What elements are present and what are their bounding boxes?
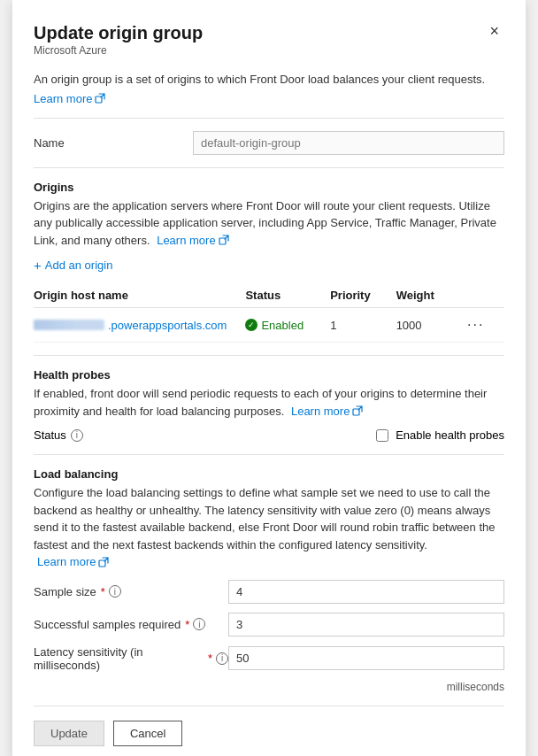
add-origin-button[interactable]: + Add an origin [34,254,112,276]
col-weight: Weight [396,283,462,308]
health-probes-title: Health probes [34,368,504,382]
load-balancing-fields: Sample size * i Successful samples requi… [34,580,504,693]
title-block: Update origin group Microsoft Azure [34,21,203,69]
panel-header: Update origin group Microsoft Azure × [34,21,504,69]
sample-size-label: Sample size * i [34,585,228,598]
load-balancing-learn-more-link[interactable]: Learn more [37,553,109,571]
status-label: Status [34,428,66,442]
sample-size-row: Sample size * i [34,580,504,604]
sample-size-info-icon[interactable]: i [109,585,121,598]
col-host-name: Origin host name [34,283,245,308]
enable-health-probes-checkbox[interactable] [376,429,388,442]
divider-4 [34,454,504,455]
update-origin-group-panel: Update origin group Microsoft Azure × An… [12,0,526,756]
host-name-value: .powerappsportals.com [34,319,238,332]
cancel-button[interactable]: Cancel [113,721,182,746]
latency-label: Latency sensitivity (in milliseconds) * … [34,645,228,672]
load-balancing-description: Configure the load balancing settings to… [34,484,504,571]
milliseconds-label: milliseconds [34,681,504,693]
origins-table: Origin host name Status Priority Weight … [34,283,504,343]
origin-priority-cell: 1 [330,308,396,343]
col-priority: Priority [330,283,396,308]
blurred-host-prefix [34,320,104,330]
table-header-row: Origin host name Status Priority Weight [34,283,504,308]
status-check-icon: ✓ [245,319,257,331]
col-status: Status [245,283,330,308]
successful-samples-label: Successful samples required * i [34,618,228,631]
origins-section-title: Origins [34,181,504,194]
col-actions [462,283,504,308]
name-field-row: Name [34,131,504,155]
name-input[interactable] [193,131,504,155]
health-probes-description: If enabled, front door will send periodi… [34,385,504,420]
divider-1 [34,118,504,119]
health-probes-learn-more-link[interactable]: Learn more [291,403,363,420]
status-enabled: ✓ Enabled [245,319,323,332]
panel-subtitle: Microsoft Azure [34,44,203,57]
table-row: .powerappsportals.com ✓ Enabled 1 1000 ·… [34,308,504,343]
intro-learn-more-link[interactable]: Learn more [34,92,105,105]
load-balancing-title: Load balancing [34,467,504,481]
successful-samples-row: Successful samples required * i [34,613,504,636]
latency-row: Latency sensitivity (in milliseconds) * … [34,645,504,672]
successful-samples-required: * [185,618,189,631]
close-button[interactable]: × [484,21,504,41]
intro-description: An origin group is a set of origins to w… [34,71,504,89]
divider-2 [34,167,504,168]
status-field: Status i [34,428,83,442]
enable-health-probes-label: Enable health probes [396,428,504,442]
update-button[interactable]: Update [34,721,104,746]
origins-external-link-icon [219,235,229,245]
latency-info-icon[interactable]: i [216,652,228,665]
divider-3 [34,355,504,356]
origin-weight-cell: 1000 [396,308,462,343]
load-balancing-external-link-icon [98,557,109,567]
origins-learn-more-link[interactable]: Learn more [157,232,228,250]
successful-samples-info-icon[interactable]: i [193,618,205,630]
enable-health-probes-row: Enable health probes [376,428,504,442]
more-actions-button[interactable]: ··· [462,315,489,335]
external-link-icon [95,93,105,104]
origin-status-cell: ✓ Enabled [245,308,330,343]
name-label: Name [34,136,193,150]
sample-size-input[interactable] [228,580,504,604]
latency-input[interactable] [228,646,504,670]
origins-description: Origins are the application servers wher… [34,197,504,250]
status-info-icon[interactable]: i [71,429,83,442]
successful-samples-input[interactable] [228,613,504,636]
health-probes-external-link-icon [352,405,363,416]
origin-actions-cell: ··· [462,308,504,343]
content-area: An origin group is a set of origins to w… [34,71,504,706]
origin-host-cell: .powerappsportals.com [34,308,245,343]
plus-icon: + [34,258,42,273]
footer: Update Cancel [34,706,504,757]
health-probes-status-row: Status i Enable health probes [34,428,504,442]
latency-required: * [208,652,212,665]
panel-title: Update origin group [34,21,203,44]
sample-size-required: * [101,585,105,598]
